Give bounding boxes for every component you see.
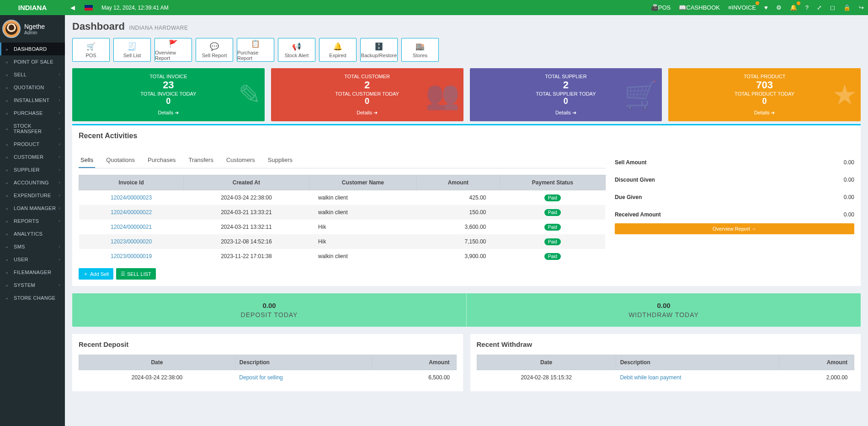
username: Ngethe [24, 23, 45, 30]
nav-stock-transfer[interactable]: ▫STOCK TRANSFER‹ [0, 119, 65, 138]
pos-link[interactable]: 📠 POS [647, 0, 675, 15]
shortcut-backup-restore[interactable]: 🗄️Backup/Restore [360, 38, 398, 62]
avatar [2, 20, 21, 38]
summary-sell-amount: Sell Amount0.00 [615, 154, 854, 171]
nav-purchase[interactable]: ▫PURCHASE‹ [0, 107, 65, 119]
recent-activities-panel: Recent Activities SellsQuotationsPurchas… [72, 124, 861, 286]
sidebar: Ngethe Admin ▫DASHBOARD▫POINT OF SALE▫SE… [0, 15, 65, 397]
page-header: Dashboard INDIANA HARDWARE [72, 21, 861, 32]
shortcut-stock-alert[interactable]: 📢Stock Alert [278, 38, 315, 62]
language-selector[interactable] [80, 0, 97, 15]
overview-report-button[interactable]: Overview Report → [615, 223, 854, 234]
sidebar-toggle[interactable]: ◀ [65, 4, 80, 11]
nav-store-change[interactable]: ▫STORE CHANGE [0, 291, 65, 304]
logout-icon[interactable]: ↪ [855, 0, 868, 15]
activities-table: Invoice IdCreated AtCustomer NameAmountP… [79, 175, 606, 264]
nav-quotation[interactable]: ▫QUOTATION‹ [0, 81, 65, 94]
summary-due-given: Due Given0.00 [615, 189, 854, 206]
invoice-link[interactable]: 12024/00000022 [111, 209, 152, 216]
shortcut-pos[interactable]: 🛒POS [72, 38, 110, 62]
tab-customers[interactable]: Customers [224, 153, 257, 168]
add-sell-button[interactable]: ＋ Add Sell [79, 268, 113, 280]
table-row: 2024-03-24 22:38:00Deposit for selling6,… [79, 370, 457, 385]
nav-sms[interactable]: ▫SMS‹ [0, 240, 65, 253]
nav-installment[interactable]: ▫INSTALLMENT‹ [0, 94, 65, 107]
datetime-display: May 12, 2024, 12:39:41 AM [97, 5, 173, 11]
user-panel[interactable]: Ngethe Admin [0, 15, 65, 43]
withdraw-today: 0.00 WIDTHDRAW TODAY [466, 293, 861, 327]
main-content: Dashboard INDIANA HARDWARE 🛒POS🧾Sell Lis… [65, 15, 868, 397]
table-row: 2024-02-28 15:15:32Debit while loan paym… [477, 370, 854, 385]
shortcut-overview-report[interactable]: 🚩Overview Report [154, 38, 192, 62]
tab-transfers[interactable]: Transfers [186, 153, 215, 168]
nav-expenditure[interactable]: ▫EXPENDITURE‹ [0, 189, 65, 202]
invoice-link[interactable]: 12024/00000021 [111, 224, 152, 230]
invoice-link[interactable]: 12023/00000019 [111, 253, 152, 259]
summary-received-amount: Received Amount0.00 [615, 206, 854, 223]
lock-icon[interactable]: 🔒 [839, 0, 855, 15]
nav-reports[interactable]: ▫REPORTS‹ [0, 215, 65, 227]
shortcut-sell-report[interactable]: 💬Sell Report [196, 38, 233, 62]
invoice-link[interactable]: 12024/00000023 [111, 194, 152, 201]
stat-total-invoice: ✎TOTAL INVOICE23TOTAL INVOICE TODAY0Deta… [72, 68, 265, 121]
tab-sells[interactable]: Sells [79, 153, 95, 168]
cashbook-link[interactable]: 📖 CASHBOOK [675, 0, 724, 15]
nav-product[interactable]: ▫PRODUCT‹ [0, 138, 65, 151]
nav-filemanager[interactable]: ▫FILEMANAGER [0, 266, 65, 279]
status-badge: Paid [544, 224, 561, 231]
table-row: 12024/000000232024-03-24 22:38:00walkin … [79, 190, 606, 205]
status-badge: Paid [544, 194, 561, 201]
stat-total-product: ★TOTAL PRODUCT703TOTAL PRODUCT TODAY0Det… [668, 68, 861, 121]
nav-user[interactable]: ▫USER‹ [0, 253, 65, 266]
table-row: 12024/000000212024-03-21 13:32:11Hik3,60… [79, 220, 606, 234]
activities-tabs: SellsQuotationsPurchasesTransfersCustome… [79, 153, 606, 168]
topbar: INDIANA ◀ May 12, 2024, 12:39:41 AM 📠 PO… [0, 0, 868, 15]
stat-total-customer: 👥TOTAL CUSTOMER2TOTAL CUSTOMER TODAY0Det… [271, 68, 463, 121]
table-row: 12024/000000222024-03-21 13:33:21walkin … [79, 205, 606, 220]
nav-supplier[interactable]: ▫SUPPLIER‹ [0, 163, 65, 176]
shortcut-expired[interactable]: 🔔Expired [319, 38, 357, 62]
settings-icon[interactable]: ⚙ [772, 0, 786, 15]
deposit-today: 0.00 DEPOSIT TODAY [72, 293, 466, 327]
shortcut-sell-list[interactable]: 🧾Sell List [113, 38, 151, 62]
status-badge: Paid [544, 209, 561, 216]
status-badge: Paid [544, 253, 561, 260]
shortcut-stores[interactable]: 🏬Stores [401, 38, 439, 62]
nav-point-of-sale[interactable]: ▫POINT OF SALE [0, 55, 65, 68]
nav-analytics[interactable]: ▫ANALYTICS [0, 227, 65, 240]
nav-dashboard[interactable]: ▫DASHBOARD [0, 43, 65, 55]
nav-loan-manager[interactable]: ▫LOAN MANAGER‹ [0, 202, 65, 215]
favorite-icon[interactable]: ♥ [760, 0, 772, 15]
summary-discount-given: Discount Given0.00 [615, 171, 854, 189]
stat-total-supplier: 🛒TOTAL SUPPLIER2TOTAL SUPPLIER TODAY0Det… [470, 68, 662, 121]
window-icon[interactable]: ◻ [826, 0, 839, 15]
tab-purchases[interactable]: Purchases [146, 153, 177, 168]
invoice-link[interactable]: 12023/00000020 [111, 238, 152, 245]
sell-list-button[interactable]: ☰ SELL LIST [116, 268, 156, 280]
page-title: Dashboard [72, 21, 125, 32]
stat-details-link[interactable]: Details ➜ [77, 110, 260, 116]
nav-sell[interactable]: ▫SELL‹ [0, 68, 65, 81]
recent-activities-title: Recent Activities [79, 132, 854, 140]
fullscreen-icon[interactable]: ⤢ [813, 0, 826, 15]
help-icon[interactable]: ? [801, 0, 813, 15]
stats-row: ✎TOTAL INVOICE23TOTAL INVOICE TODAY0Deta… [72, 68, 861, 121]
nav-customer[interactable]: ▫CUSTOMER‹ [0, 151, 65, 163]
tab-quotations[interactable]: Quotations [104, 153, 137, 168]
notification-icon[interactable]: 🔔 [786, 0, 801, 15]
tab-suppliers[interactable]: Suppliers [266, 153, 294, 168]
shortcut-purchase-report[interactable]: 📋Purchase Report [237, 38, 274, 62]
invoice-link[interactable]: ≡ INVOICE [724, 0, 760, 15]
stat-details-link[interactable]: Details ➜ [673, 110, 856, 116]
table-row: 12023/000000202023-12-08 14:52:16Hik7,15… [79, 234, 606, 249]
deposit-withdraw-bar: 0.00 DEPOSIT TODAY 0.00 WIDTHDRAW TODAY [72, 293, 861, 327]
nav-accounting[interactable]: ▫ACCOUNTING‹ [0, 176, 65, 189]
brand-logo[interactable]: INDIANA [0, 4, 65, 11]
shortcuts-bar: 🛒POS🧾Sell List🚩Overview Report💬Sell Repo… [72, 38, 861, 62]
nav-system[interactable]: ▫SYSTEM‹ [0, 279, 65, 291]
page-subtitle: INDIANA HARDWARE [129, 25, 188, 31]
user-role: Admin [24, 30, 45, 35]
recent-deposit-panel: Recent Deposit DateDescriptionAmount2024… [72, 334, 463, 391]
table-row: 12023/000000192023-11-22 17:01:38walkin … [79, 249, 606, 264]
status-badge: Paid [544, 238, 561, 245]
